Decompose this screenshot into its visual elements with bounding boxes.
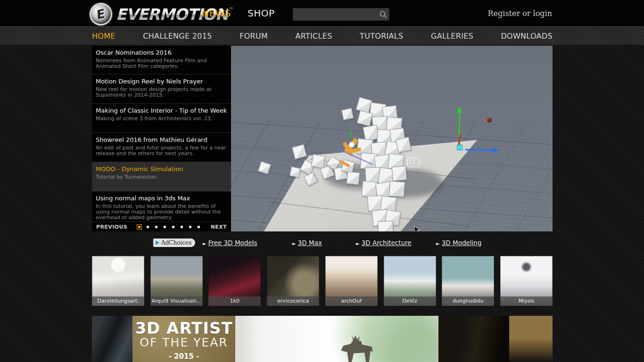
banner-year: - 2015 - [169, 352, 199, 361]
ad-link-free-3d-models[interactable]: ►Free 3D Models [203, 239, 257, 247]
ad-link-3d-architecture[interactable]: ►3D Architecture [356, 239, 412, 247]
gallery-thumb-darstellungsart[interactable]: Darstellungsart. [92, 256, 144, 306]
green-marker [350, 130, 351, 138]
mouse-cursor-icon [414, 225, 421, 231]
gallery-thumb-miysis[interactable]: Miysis [500, 256, 553, 306]
news-sidebar: Oscar Nominations 2016 Nominees from Ani… [92, 46, 231, 231]
news-item-title: Motion Design Reel by Niels Prayer [96, 78, 227, 85]
news-item-desc: An edit of past and futur projects, a fe… [96, 145, 227, 157]
pagination-dot[interactable] [181, 226, 183, 228]
cube-pile [231, 46, 553, 231]
arrow-icon: ► [203, 241, 206, 246]
cube [289, 166, 301, 178]
axis-x-arrowhead[interactable] [493, 147, 499, 153]
news-item-title: Showreel 2016 from Mathieu Gérard [96, 136, 227, 144]
pagination-dot[interactable] [198, 226, 200, 228]
pagination-dots [127, 226, 211, 228]
evermotion-logo-icon: E [88, 1, 115, 28]
cube [378, 221, 394, 231]
news-item-normal-maps[interactable]: Using normal maps in 3ds Max In this tut… [92, 191, 231, 222]
banner-art-left [92, 316, 132, 362]
banner-3d-artist-of-the-year[interactable]: 3D ARTIST OF THE YEAR - 2015 - [92, 316, 553, 362]
cube [347, 172, 360, 185]
pagination-dot[interactable] [189, 226, 191, 228]
cube [389, 181, 405, 197]
cube [356, 138, 373, 155]
nav-item-tutorials[interactable]: TUTORIALS [360, 32, 403, 41]
news-item-title: Oscar Nominations 2016 [96, 49, 227, 57]
arrow-icon: ► [356, 241, 360, 246]
gallery-thumb-enricocerica[interactable]: enricocerica [267, 256, 319, 306]
nav-item-articles[interactable]: ARTICLES [296, 32, 332, 41]
ad-link-3d-modeling[interactable]: ►3D Modeling [436, 239, 481, 247]
pagination-dot[interactable] [172, 226, 174, 228]
viewport-3d-simulation[interactable] [231, 46, 553, 231]
arrow-icon: ► [436, 241, 440, 246]
search-input[interactable] [293, 11, 379, 18]
gallery-thumb-archouf[interactable]: archOuf [325, 256, 378, 306]
camera-watermark-icon [407, 157, 420, 167]
search-box [293, 8, 389, 21]
news-item-oscar[interactable]: Oscar Nominations 2016 Nominees from Ani… [92, 46, 231, 74]
nav-item-forum[interactable]: FORUM [239, 32, 268, 41]
news-item-desc: Tutorial by Tunnelvizion. [96, 174, 227, 180]
cube [258, 161, 271, 174]
header: E EVERMOTION ™ NEWS SHOP Register or log… [0, 0, 644, 26]
banner-dark-figure [438, 316, 509, 362]
news-pager: PREVIOUS NEXT [92, 222, 231, 231]
cube [396, 137, 411, 152]
cube [341, 108, 354, 120]
next-button[interactable]: NEXT [211, 224, 227, 230]
cube [392, 166, 407, 181]
ad-links-row: AdChoices ►Free 3D Models ►3D Max ►3D Ar… [92, 236, 553, 250]
gallery-thumb-arqui9[interactable]: Arqui9 Visualisati... [150, 256, 203, 306]
nav-item-home[interactable]: HOME [92, 32, 116, 41]
pagination-dot[interactable] [147, 226, 149, 228]
nav-item-challenge[interactable]: CHALLENGE 2015 [143, 32, 212, 41]
gallery-thumb-1k0[interactable]: 1k0 [208, 256, 261, 306]
news-item-showreel[interactable]: Showreel 2016 from Mathieu Gérard An edi… [92, 133, 231, 162]
news-link[interactable]: NEWS [202, 8, 231, 19]
register-login-link[interactable]: Register or login [488, 9, 553, 18]
impact-ball [349, 142, 355, 148]
previous-button[interactable]: PREVIOUS [96, 224, 127, 230]
news-item-motion-design[interactable]: Motion Design Reel by Niels Prayer New r… [92, 74, 231, 104]
axis-y-arrowhead [456, 106, 462, 113]
nav-item-galleries[interactable]: GALLERIES [431, 32, 473, 41]
pagination-dot[interactable] [138, 226, 140, 228]
news-item-title: Making of Classic Interior - Tip of the … [96, 107, 227, 115]
news-item-desc: Making of scene 3 from Archinteriors vol… [96, 116, 227, 122]
main-nav: HOME CHALLENGE 2015 FORUM ARTICLES TUTOR… [0, 26, 644, 45]
news-item-desc: Nominees from Animated Feature Film and … [96, 58, 227, 70]
nav-item-downloads[interactable]: DOWNLOADS [501, 32, 552, 41]
gallery-thumb-deviz[interactable]: DeViz [384, 256, 436, 306]
news-item-title: MODO - Dynamic Simulation [96, 165, 227, 173]
pagination-dot[interactable] [164, 226, 166, 228]
cube [311, 154, 325, 168]
news-item-title: Using normal maps in 3ds Max [96, 195, 227, 202]
news-item-desc: In this tutorial, you learn about the be… [96, 204, 227, 221]
cube [304, 172, 318, 186]
pagination-dot[interactable] [155, 226, 157, 228]
shop-link[interactable]: SHOP [248, 8, 275, 19]
banner-gold-panel: 3D ARTIST OF THE YEAR - 2015 - [132, 316, 235, 362]
gallery-thumb-dunghodidu[interactable]: dunghodidu [442, 256, 494, 306]
news-item-modo-simulation[interactable]: MODO - Dynamic Simulation Tutorial by Tu… [92, 162, 231, 191]
cube [292, 144, 307, 159]
cube [357, 110, 373, 126]
green-ring-marker [482, 134, 488, 138]
banner-window-scene [235, 316, 438, 362]
banner-title: 3D ARTIST [135, 320, 232, 336]
red-sphere-marker [487, 118, 492, 123]
search-icon[interactable] [379, 10, 388, 19]
banner-subtitle: OF THE YEAR [140, 336, 228, 350]
arrow-icon: ► [292, 241, 296, 246]
featured-galleries-row: Darstellungsart. Arqui9 Visualisati... 1… [92, 256, 553, 306]
adchoices-badge[interactable]: AdChoices [153, 239, 195, 247]
banner-art-right [509, 316, 553, 362]
news-item-desc: New reel for motion design projects made… [96, 87, 227, 99]
ad-link-3d-max[interactable]: ►3D Max [292, 239, 322, 247]
gizmo-origin-handle[interactable] [457, 145, 462, 150]
adchoices-icon [156, 240, 159, 245]
news-item-classic-interior[interactable]: Making of Classic Interior - Tip of the … [92, 104, 231, 133]
